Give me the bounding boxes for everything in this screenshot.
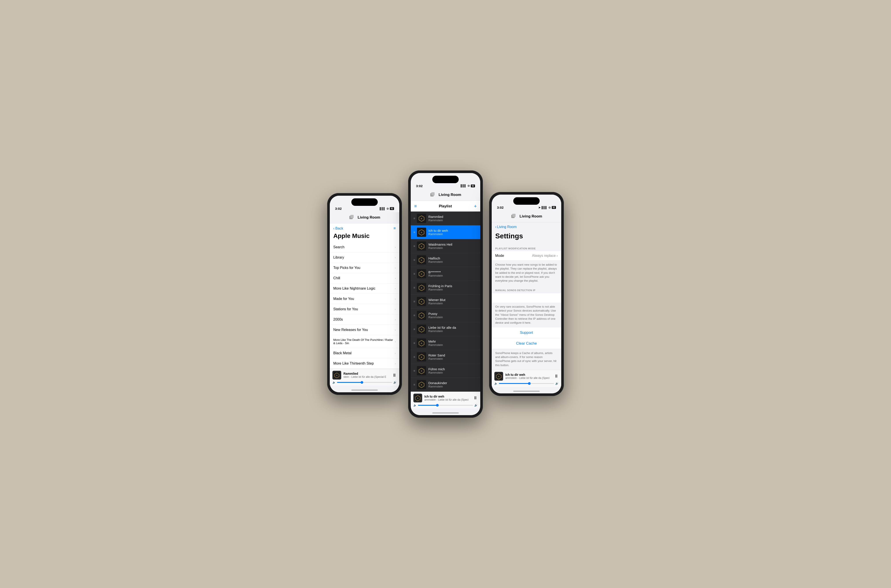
np-info-1: Rammlied stein - Liebe ist für alle da (… xyxy=(343,372,390,378)
menu-item-new-releases[interactable]: New Releases for You › xyxy=(330,325,399,335)
header-bar-2: Living Room xyxy=(411,189,480,201)
signal-icon-2: ▌▌▌ xyxy=(461,184,466,188)
svg-text:R: R xyxy=(421,301,422,303)
pl-artist-mehr: Rammstein xyxy=(428,343,478,346)
menu-item-black-metal[interactable]: Black Metal › xyxy=(330,348,399,358)
mode-value-text: Always replace xyxy=(532,254,556,258)
menu-item-death-punchline[interactable]: More Like The Death Of The Punchline / R… xyxy=(330,335,399,348)
playlist-item-waidmanns[interactable]: ≡ R Waidmanns Heil Rammstein xyxy=(411,239,480,253)
pl-info-haifisch: Haifisch Rammstein xyxy=(428,256,478,263)
svg-text:R: R xyxy=(421,343,422,344)
list-icon-1[interactable]: ≡ xyxy=(394,226,396,231)
time-2: 3:02 xyxy=(416,184,423,188)
pl-title-fruhling: Frühling in Paris xyxy=(428,284,478,288)
signal-icon: ▌▌▌ xyxy=(380,207,385,210)
drag-handle-wiener: ≡ xyxy=(413,300,415,303)
playlist-item-b[interactable]: ≡ R B******** Rammstein xyxy=(411,267,480,281)
progress-bar-2[interactable] xyxy=(418,405,473,406)
chevron-right-search: › xyxy=(395,245,396,249)
menu-item-top-picks[interactable]: Top Picks for You › xyxy=(330,263,399,273)
pl-artwork-fruhling: R xyxy=(417,283,426,292)
clear-cache-button[interactable]: Clear Cache xyxy=(492,338,561,349)
playlist-list-icon[interactable]: ≡ xyxy=(414,204,417,208)
pause-button-1[interactable]: ⏸ xyxy=(392,373,397,378)
pl-title-mehr: Mehr xyxy=(428,339,478,343)
battery-icon: 92 xyxy=(390,207,394,210)
time-1: 3:02 xyxy=(335,207,342,210)
menu-item-thirteenth[interactable]: More Like Thirteenth Step › xyxy=(330,358,399,369)
menu-item-stations-label: Stations for You xyxy=(333,307,358,311)
pl-title-ich: Ich tu dir weh xyxy=(428,229,478,232)
progress-bar-3[interactable] xyxy=(499,383,554,384)
progress-thumb-2 xyxy=(436,404,439,406)
playlist-item-fuhre[interactable]: ≡ R Führe mich Rammstein xyxy=(411,364,480,378)
wifi-icon-2: ⊙ xyxy=(467,184,470,188)
status-icons-2: ▌▌▌ ⊙ 92 xyxy=(461,184,475,188)
playlist-add-button[interactable]: + xyxy=(474,203,477,209)
header-title-1: Living Room xyxy=(358,215,380,220)
playlist-item-fruhling[interactable]: ≡ R Frühling in Paris Rammstein xyxy=(411,281,480,295)
menu-item-chill[interactable]: Chill › xyxy=(330,273,399,284)
np-title-3: Ich tu dir weh xyxy=(505,373,552,376)
settings-back-button[interactable]: ‹ Living Room xyxy=(495,225,517,229)
drag-handle-donaukinder: ≡ xyxy=(413,383,415,386)
np-artwork-1: R xyxy=(332,371,341,380)
progress-bar-1[interactable] xyxy=(337,382,392,383)
progress-thumb-3 xyxy=(528,382,530,385)
mode-row[interactable]: Mode Always replace › xyxy=(492,251,561,261)
pl-artwork-haifisch: R xyxy=(417,255,426,264)
menu-item-search[interactable]: Search › xyxy=(330,242,399,252)
status-icons-1: ▌▌▌ ⊙ 92 xyxy=(380,207,394,210)
pl-artwork-roter: R xyxy=(417,352,426,362)
wifi-icon-3: ⊙ xyxy=(548,206,551,209)
settings-nav: ‹ Living Room xyxy=(492,222,561,231)
svg-text:R: R xyxy=(417,398,418,399)
pl-info-ich: Ich tu dir weh Rammstein xyxy=(428,229,478,236)
svg-text:R: R xyxy=(421,246,422,247)
pl-title-wiener: Wiener Blut xyxy=(428,298,478,302)
playlist-item-roter[interactable]: ≡ R Roter Sand Rammstein xyxy=(411,350,480,364)
menu-item-2000s[interactable]: 2000s › xyxy=(330,315,399,325)
header-bar-1: Living Room xyxy=(330,212,399,224)
pl-artist-wiener: Rammstein xyxy=(428,302,478,305)
home-bar-1 xyxy=(352,390,378,390)
playlist-item-pussy[interactable]: ≡ R Pussy Rammstein xyxy=(411,309,480,322)
svg-text:R: R xyxy=(421,357,422,358)
playlist-item-ich-tu-dir-weh[interactable]: ≡ R Ich tu dir weh Rammstein xyxy=(411,225,480,239)
svg-rect-1 xyxy=(350,215,353,218)
volume-high-icon-1: 🔊 xyxy=(394,381,397,384)
pl-info-b: B******** Rammstein xyxy=(428,270,478,277)
detection-ip-input[interactable] xyxy=(492,293,561,303)
playlist-item-mehr[interactable]: ≡ R Mehr Rammstein xyxy=(411,336,480,350)
settings-back-label: Living Room xyxy=(497,225,517,229)
chevron-right-made-for-you: › xyxy=(395,297,396,301)
screen-3-content: ‹ Living Room Settings PLAYLIST MODIFICA… xyxy=(492,222,561,387)
back-button-1[interactable]: ‹ Back xyxy=(333,226,343,231)
pl-info-pussy: Pussy Rammstein xyxy=(428,312,478,319)
pl-artist-donaukinder: Rammstein xyxy=(428,385,478,388)
header-title-2: Living Room xyxy=(439,193,461,197)
settings-page-title: Settings xyxy=(492,231,561,244)
pl-info-wiener: Wiener Blut Rammstein xyxy=(428,298,478,305)
menu-item-made-for-you[interactable]: Made for You › xyxy=(330,294,399,304)
volume-low-icon-2: 🔈 xyxy=(413,404,417,407)
now-playing-3: R Ich tu dir weh ammstein - Liebe ist fü… xyxy=(492,370,561,387)
page-title-1: Apple Music xyxy=(330,232,399,242)
progress-fill-3 xyxy=(499,383,529,384)
pause-button-3[interactable]: ⏸ xyxy=(554,374,559,379)
volume-low-icon-3: 🔈 xyxy=(494,382,497,385)
playlist-item-donaukinder[interactable]: ≡ R Donaukinder Rammstein xyxy=(411,378,480,392)
phone-1: 3:02 ▌▌▌ ⊙ 92 Living Room ‹ Back xyxy=(327,193,402,395)
pl-artwork-b: R xyxy=(417,269,426,278)
menu-item-nightmare[interactable]: More Like Nightmare Logic › xyxy=(330,284,399,294)
playlist-nav: ≡ Playlist + xyxy=(411,201,480,212)
menu-item-library[interactable]: Library › xyxy=(330,252,399,263)
support-button[interactable]: Support xyxy=(492,327,561,338)
pl-info-roter: Roter Sand Rammstein xyxy=(428,353,478,360)
menu-item-stations[interactable]: Stations for You › xyxy=(330,304,399,315)
playlist-item-rammlied[interactable]: ≡ R Rammlied Rammstein xyxy=(411,212,480,225)
pause-button-2[interactable]: ⏸ xyxy=(473,395,478,400)
playlist-item-wiener[interactable]: ≡ R Wiener Blut Rammstein xyxy=(411,295,480,309)
playlist-item-haifisch[interactable]: ≡ R Haifisch Rammstein xyxy=(411,253,480,267)
playlist-item-liebe[interactable]: ≡ R Liebe ist für alle da Rammstein xyxy=(411,322,480,336)
